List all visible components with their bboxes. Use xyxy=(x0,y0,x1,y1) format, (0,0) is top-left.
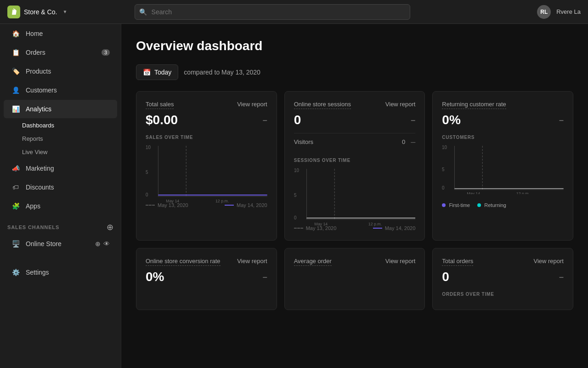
sessions-value: 0 – xyxy=(294,113,416,127)
orders-chart-label: ORDERS OVER TIME xyxy=(442,292,564,297)
total-sales-header: Total sales View report xyxy=(146,101,267,109)
sales-channels-label: SALES CHANNELS xyxy=(7,224,59,230)
conversion-title: Online store conversion rate xyxy=(146,258,220,266)
svg-text:10: 10 xyxy=(442,145,447,150)
average-order-card: Average order View report xyxy=(284,248,425,310)
avatar: RL xyxy=(537,5,551,19)
total-orders-view-report[interactable]: View report xyxy=(533,258,564,264)
sessions-chart: 10 5 0 May 14 12 p.m. xyxy=(294,167,416,222)
sidebar-item-home[interactable]: 🏠 Home xyxy=(4,24,117,43)
sidebar-item-reports[interactable]: Reports xyxy=(22,132,121,145)
svg-text:12 p.m.: 12 p.m. xyxy=(368,222,381,226)
sidebar-item-online-store[interactable]: 🖥️ Online Store ⊕ 👁 xyxy=(4,235,117,253)
store-chevron-icon: ▼ xyxy=(62,9,67,14)
sidebar-item-marketing[interactable]: 📣 Marketing xyxy=(4,159,117,178)
sidebar-label-settings: Settings xyxy=(26,269,49,276)
svg-text:12 p.m.: 12 p.m. xyxy=(215,199,229,203)
svg-text:10: 10 xyxy=(146,145,151,150)
store-name: Store & Co. xyxy=(24,8,57,16)
conversion-header: Online store conversion rate View report xyxy=(146,258,267,266)
online-store-actions: ⊕ 👁 xyxy=(95,240,110,247)
shopify-icon xyxy=(7,6,20,18)
svg-text:5: 5 xyxy=(442,167,445,172)
customers-icon: 👤 xyxy=(11,86,20,95)
online-store-icon: 🖥️ xyxy=(11,239,20,248)
sidebar-label-orders: Orders xyxy=(26,49,45,56)
first-time-dot xyxy=(442,203,446,207)
marketing-icon: 📣 xyxy=(11,164,20,173)
average-order-header: Average order View report xyxy=(294,258,416,266)
search-icon: 🔍 xyxy=(139,8,147,16)
returning-dot xyxy=(477,203,481,207)
sessions-chart-label: SESSIONS OVER TIME xyxy=(294,158,416,163)
date-filter: 📅 Today compared to May 13, 2020 xyxy=(136,64,573,80)
analytics-submenu: Dashboards Reports Live View xyxy=(0,119,121,159)
analytics-icon: 📊 xyxy=(11,104,20,114)
visitors-row: Visitors 0 – xyxy=(294,133,416,150)
sidebar-label-discounts: Discounts xyxy=(26,184,54,191)
returning-title: Returning customer rate xyxy=(442,101,506,109)
sales-channels-section: SALES CHANNELS ⊕ xyxy=(0,216,121,234)
calendar-icon: 📅 xyxy=(143,69,151,76)
sidebar-item-live-view[interactable]: Live View xyxy=(22,145,121,159)
average-order-view-report[interactable]: View report xyxy=(385,258,416,264)
sidebar-item-settings[interactable]: ⚙️ Settings xyxy=(4,263,117,282)
search-input[interactable] xyxy=(135,4,410,20)
sidebar-label-customers: Customers xyxy=(26,86,57,94)
topbar-right: RL Rvere La xyxy=(537,5,581,19)
date-label: Today xyxy=(154,69,171,76)
add-channel-button[interactable]: ⊕ xyxy=(107,223,113,231)
bottom-grid: Online store conversion rate View report… xyxy=(136,248,573,310)
svg-text:May 14: May 14 xyxy=(314,222,328,226)
sidebar-item-orders[interactable]: 📋 Orders 3 xyxy=(4,43,117,62)
sessions-card: Online store sessions View report 0 – Vi… xyxy=(284,91,425,241)
svg-text:0: 0 xyxy=(146,192,148,197)
sidebar-item-discounts[interactable]: 🏷 Discounts xyxy=(4,178,117,196)
home-icon: 🏠 xyxy=(11,29,20,38)
sidebar-item-products[interactable]: 🏷️ Products xyxy=(4,62,117,80)
online-store-add-icon[interactable]: ⊕ xyxy=(95,240,101,247)
sessions-view-report[interactable]: View report xyxy=(385,101,416,108)
svg-text:0: 0 xyxy=(442,185,445,190)
online-store-eye-icon[interactable]: 👁 xyxy=(103,240,110,247)
sidebar-label-analytics: Analytics xyxy=(26,105,51,113)
sidebar-item-analytics[interactable]: 📊 Analytics xyxy=(4,100,117,118)
sessions-change: – xyxy=(411,115,415,125)
products-icon: 🏷️ xyxy=(11,67,20,76)
topbar: Store & Co. ▼ 🔍 RL Rvere La xyxy=(0,0,588,24)
conversion-card: Online store conversion rate View report… xyxy=(136,248,277,310)
sales-chart: 10 5 0 May 14 12 p.m. xyxy=(146,144,267,199)
conversion-value: 0% – xyxy=(146,270,267,284)
legend-line-curr-s xyxy=(373,228,382,229)
conversion-view-report[interactable]: View report xyxy=(237,258,267,264)
returning-customer-card: Returning customer rate 0% – CUSTOMERS 1… xyxy=(432,91,573,241)
sidebar-item-customers[interactable]: 👤 Customers xyxy=(4,81,117,99)
visitors-change: – xyxy=(411,137,415,147)
sidebar: 🏠 Home 📋 Orders 3 🏷️ Products 👤 Customer… xyxy=(0,24,121,368)
compared-to-label: compared to May 13, 2020 xyxy=(184,69,260,76)
returning-change: – xyxy=(559,115,564,125)
legend-line-prev xyxy=(146,205,155,206)
svg-text:5: 5 xyxy=(146,170,148,175)
total-orders-value: 0 – xyxy=(442,270,564,284)
total-sales-title: Total sales xyxy=(146,101,174,109)
returning-header: Returning customer rate xyxy=(442,101,564,109)
sales-chart-label: SALES OVER TIME xyxy=(146,135,267,140)
orders-badge: 3 xyxy=(102,49,110,56)
date-button[interactable]: 📅 Today xyxy=(136,64,178,80)
legend-first-time: First-time xyxy=(442,202,470,208)
total-sales-view-report[interactable]: View report xyxy=(237,101,267,108)
dashboard-grid: Total sales View report $0.00 – SALES OV… xyxy=(136,91,573,241)
legend-returning: Returning xyxy=(477,202,506,208)
sidebar-item-dashboards[interactable]: Dashboards xyxy=(22,119,121,132)
svg-text:0: 0 xyxy=(294,215,297,220)
sidebar-label-home: Home xyxy=(26,30,43,37)
total-orders-change: – xyxy=(559,272,564,282)
settings-icon: ⚙️ xyxy=(11,268,20,277)
legend-line-prev-s xyxy=(294,228,303,229)
customers-chart-label: CUSTOMERS xyxy=(442,135,564,140)
store-logo[interactable]: Store & Co. ▼ xyxy=(7,6,67,18)
discounts-icon: 🏷 xyxy=(11,183,20,192)
page-title: Overview dashboard xyxy=(136,39,573,53)
sidebar-item-apps[interactable]: 🧩 Apps xyxy=(4,197,117,215)
